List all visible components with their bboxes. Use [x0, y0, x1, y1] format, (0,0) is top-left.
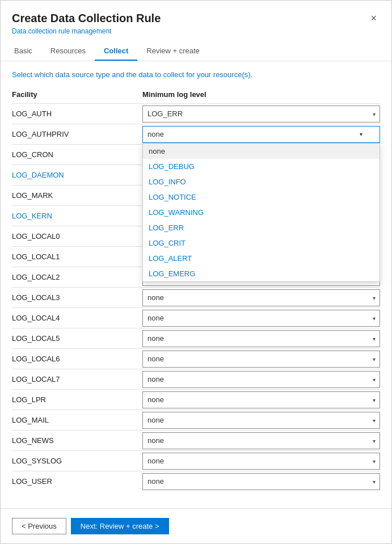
- option-log-crit[interactable]: LOG_CRIT: [143, 235, 380, 251]
- facility-name-log-local0: LOG_LOCAL0: [12, 229, 142, 244]
- dropdown-log-user[interactable]: none: [142, 473, 380, 490]
- facility-row-log-authpriv: LOG_AUTHPRIV none ▾ none LOG_DEBUG LOG_I…: [12, 124, 380, 144]
- dropdown-wrapper-log-lpr: none ▾: [142, 391, 380, 408]
- facility-name-log-local4: LOG_LOCAL4: [12, 310, 142, 326]
- facility-name-log-kern: LOG_KERN: [12, 208, 142, 223]
- facility-name-log-user: LOG_USER: [12, 474, 142, 489]
- close-button[interactable]: ×: [367, 12, 380, 24]
- facility-name-log-local5: LOG_LOCAL5: [12, 331, 142, 346]
- facility-name-log-syslog: LOG_SYSLOG: [12, 453, 142, 469]
- dropdown-wrapper-log-news: none ▾: [142, 432, 380, 449]
- option-none[interactable]: none: [143, 144, 380, 159]
- facility-name-log-auth: LOG_AUTH: [12, 106, 142, 121]
- previous-button[interactable]: < Previous: [12, 518, 66, 534]
- facility-name-log-cron: LOG_CRON: [12, 147, 142, 162]
- facility-name-log-local7: LOG_LOCAL7: [12, 372, 142, 387]
- dropdown-log-mail[interactable]: none: [142, 412, 380, 429]
- facility-row-log-local4: LOG_LOCAL4 none ▾: [12, 307, 380, 328]
- dropdown-wrapper-log-auth: LOG_ERR ▾: [142, 106, 380, 123]
- facility-row-log-local5: LOG_LOCAL5 none ▾: [12, 328, 380, 348]
- dropdown-log-local6[interactable]: none: [142, 351, 380, 368]
- dialog-subtitle: Data collection rule management: [12, 27, 380, 35]
- facility-name-log-local1: LOG_LOCAL1: [12, 249, 142, 264]
- option-log-emerg[interactable]: LOG_EMERG: [143, 266, 380, 281]
- dropdown-log-news[interactable]: none: [142, 432, 380, 449]
- dialog-body: Select which data source type and the da…: [1, 61, 391, 508]
- facility-row-log-auth: LOG_AUTH LOG_ERR ▾: [12, 103, 380, 124]
- tab-basic[interactable]: Basic: [12, 42, 41, 61]
- dialog-footer: < Previous Next: Review + create >: [1, 508, 391, 543]
- option-log-err[interactable]: LOG_ERR: [143, 220, 380, 235]
- dropdown-wrapper-log-syslog: none ▾: [142, 453, 380, 470]
- dropdown-log-local5[interactable]: none: [142, 330, 380, 347]
- dropdown-wrapper-log-local7: none ▾: [142, 371, 380, 388]
- dropdown-input-log-authpriv[interactable]: none ▾: [142, 126, 380, 143]
- facility-row-log-local6: LOG_LOCAL6 none ▾: [12, 348, 380, 369]
- facility-name-log-daemon: LOG_DAEMON: [12, 167, 142, 183]
- dialog: Create Data Collection Rule × Data colle…: [0, 0, 392, 544]
- dropdown-wrapper-log-local4: none ▾: [142, 310, 380, 327]
- dropdown-log-local3[interactable]: none: [142, 289, 380, 306]
- dropdown-log-syslog[interactable]: none: [142, 453, 380, 470]
- tab-collect[interactable]: Collect: [95, 42, 137, 61]
- col-facility-header: Facility: [12, 90, 142, 99]
- facility-row-log-local3: LOG_LOCAL3 none ▾: [12, 287, 380, 307]
- facility-name-log-local6: LOG_LOCAL6: [12, 351, 142, 366]
- col-loglevel-header: Minimum log level: [142, 90, 380, 99]
- chevron-up-icon: ▾: [360, 131, 363, 137]
- table-header: Facility Minimum log level: [12, 88, 380, 101]
- dropdown-log-local4[interactable]: none: [142, 310, 380, 327]
- facility-row-log-lpr: LOG_LPR none ▾: [12, 389, 380, 410]
- selected-value-label: none: [147, 130, 164, 138]
- facility-name-log-mail: LOG_MAIL: [12, 412, 142, 428]
- option-log-info[interactable]: LOG_INFO: [143, 174, 380, 189]
- dropdown-wrapper-log-mail: none ▾: [142, 412, 380, 429]
- dialog-title: Create Data Collection Rule: [12, 12, 161, 25]
- option-log-warning[interactable]: LOG_WARNING: [143, 205, 380, 220]
- dropdown-wrapper-log-local6: none ▾: [142, 351, 380, 368]
- dialog-header: Create Data Collection Rule × Data colle…: [1, 1, 391, 61]
- facility-name-log-lpr: LOG_LPR: [12, 392, 142, 407]
- dropdown-log-auth[interactable]: LOG_ERR: [142, 106, 380, 123]
- page-description: Select which data source type and the da…: [12, 70, 380, 79]
- dropdown-wrapper-log-local5: none ▾: [142, 330, 380, 347]
- next-button[interactable]: Next: Review + create >: [71, 518, 169, 534]
- option-log-debug[interactable]: LOG_DEBUG: [143, 159, 380, 174]
- facility-row-log-local7: LOG_LOCAL7 none ▾: [12, 369, 380, 389]
- option-log-alert[interactable]: LOG_ALERT: [143, 251, 380, 266]
- facility-row-log-user: LOG_USER none ▾: [12, 471, 380, 491]
- dropdown-log-lpr[interactable]: none: [142, 391, 380, 408]
- facility-name-log-news: LOG_NEWS: [12, 433, 142, 448]
- dropdown-menu-log-authpriv: none LOG_DEBUG LOG_INFO LOG_NOTICE LOG_W…: [142, 143, 380, 282]
- tab-bar: Basic Resources Collect Review + create: [12, 42, 380, 61]
- dropdown-wrapper-log-user: none ▾: [142, 473, 380, 490]
- facility-row-log-news: LOG_NEWS none ▾: [12, 430, 380, 450]
- title-row: Create Data Collection Rule ×: [12, 12, 380, 25]
- facility-name-log-local3: LOG_LOCAL3: [12, 290, 142, 305]
- dropdown-log-local7[interactable]: none: [142, 371, 380, 388]
- facility-row-log-syslog: LOG_SYSLOG none ▾: [12, 450, 380, 471]
- tab-resources[interactable]: Resources: [41, 42, 95, 61]
- facility-name-log-local2: LOG_LOCAL2: [12, 269, 142, 285]
- facility-name-log-authpriv: LOG_AUTHPRIV: [12, 126, 142, 142]
- tab-review-create[interactable]: Review + create: [137, 42, 209, 61]
- dropdown-wrapper-log-local3: none ▾: [142, 289, 380, 306]
- option-log-notice[interactable]: LOG_NOTICE: [143, 189, 380, 205]
- facility-name-log-mark: LOG_MARK: [12, 188, 142, 203]
- open-dropdown-log-authpriv: none ▾ none LOG_DEBUG LOG_INFO LOG_NOTIC…: [142, 126, 380, 143]
- facility-row-log-mail: LOG_MAIL none ▾: [12, 410, 380, 430]
